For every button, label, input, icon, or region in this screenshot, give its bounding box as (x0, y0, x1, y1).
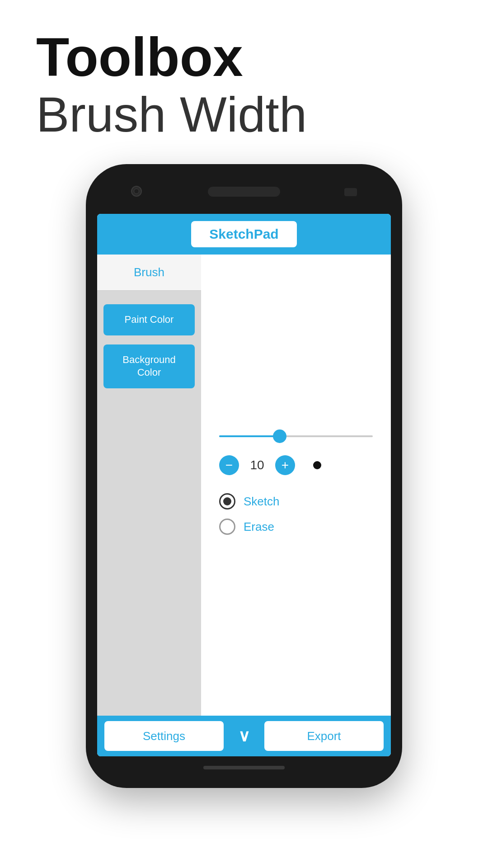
erase-radio-item[interactable]: Erase (219, 519, 373, 535)
background-color-button[interactable]: Background Color (103, 344, 195, 388)
sidebar-brush-label: Brush (134, 265, 164, 279)
sketch-radio-label: Sketch (244, 495, 280, 509)
sketch-radio-outer (219, 493, 235, 509)
increase-button[interactable]: + (275, 455, 295, 475)
erase-radio-outer (219, 519, 235, 535)
paint-color-label: Paint Color (125, 314, 174, 325)
bottom-bar: Settings ∨ Export (97, 716, 391, 756)
canvas-area: − 10 + Sketch (201, 255, 391, 716)
phone-home-indicator (203, 766, 285, 769)
chevron-down-icon: ∨ (238, 726, 250, 745)
sidebar-spacer (97, 291, 201, 300)
phone-frame: SketchPad Brush Paint Color Background C… (86, 164, 402, 788)
phone-speaker (208, 187, 280, 197)
decrease-icon: − (225, 459, 233, 472)
slider-track[interactable] (219, 435, 373, 437)
sketch-radio-item[interactable]: Sketch (219, 493, 373, 509)
value-control: − 10 + (215, 455, 377, 475)
brush-preview-dot (313, 461, 321, 469)
settings-button[interactable]: Settings (104, 721, 224, 751)
mode-radio-section: Sketch Erase (215, 493, 377, 535)
page-header: Toolbox Brush Width (0, 0, 488, 155)
chevron-button[interactable]: ∨ (229, 721, 259, 751)
phone-screen: SketchPad Brush Paint Color Background C… (97, 214, 391, 756)
header-title-light: Brush Width (36, 87, 452, 142)
background-color-label: Background Color (122, 354, 175, 378)
paint-color-button[interactable]: Paint Color (103, 304, 195, 335)
erase-radio-label: Erase (244, 520, 274, 534)
export-label: Export (307, 729, 341, 743)
phone-bottom (203, 756, 285, 779)
slider-thumb[interactable] (273, 429, 286, 443)
sketch-radio-inner (223, 497, 231, 505)
increase-icon: + (282, 459, 289, 472)
phone-top-hardware (95, 173, 393, 214)
decrease-button[interactable]: − (219, 455, 239, 475)
header-title-bold: Toolbox (36, 27, 452, 87)
app-bar-title-card: SketchPad (191, 221, 296, 247)
phone-ir-sensor (344, 188, 357, 196)
slider-fill (219, 435, 277, 437)
app-bar-title: SketchPad (209, 226, 278, 241)
brush-width-slider-section (215, 435, 377, 437)
settings-label: Settings (143, 729, 185, 743)
phone-camera-inner (134, 189, 139, 194)
phone-camera (131, 186, 142, 197)
export-button[interactable]: Export (264, 721, 384, 751)
brush-value-display: 10 (248, 458, 266, 472)
sidebar-brush-tab[interactable]: Brush (97, 255, 201, 291)
sidebar: Brush Paint Color Background Color (97, 255, 201, 716)
app-bar: SketchPad (97, 214, 391, 255)
main-content: Brush Paint Color Background Color (97, 255, 391, 716)
